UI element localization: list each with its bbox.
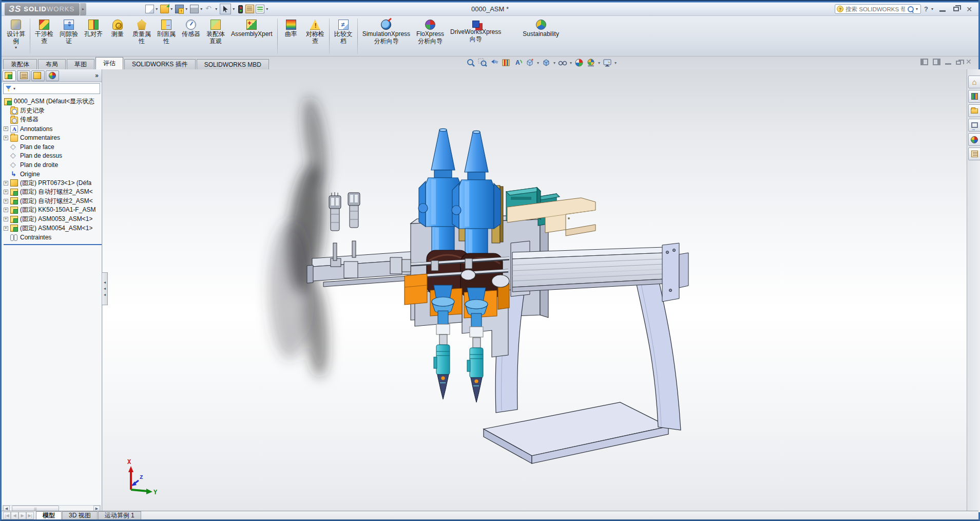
- tab-sketch[interactable]: 草图: [67, 59, 94, 69]
- tree-item-plan-face[interactable]: Plan de face: [4, 142, 102, 152]
- search-box[interactable]: ? ▾: [835, 4, 921, 14]
- tree-item-plan-droite[interactable]: Plan de droite: [4, 160, 102, 170]
- view-traffic-light-icon[interactable]: [238, 5, 243, 13]
- display-style-dropdown[interactable]: ▾: [553, 61, 555, 65]
- 3d-views-tab[interactable]: 3D 视图: [62, 511, 98, 519]
- expand-icon[interactable]: +: [4, 199, 8, 203]
- close-button[interactable]: ✕: [964, 5, 974, 13]
- ribbon-button-measure[interactable]: 测量: [106, 17, 129, 55]
- print-icon[interactable]: [190, 5, 199, 13]
- tree-item-subassembly-2[interactable]: +(固定) 自动打螺丝2_ASM<: [4, 197, 102, 206]
- ribbon-button-simulationxpress[interactable]: SimulationXpress分析向导: [359, 17, 413, 55]
- ribbon-button-symmetry-check[interactable]: 对称检查: [303, 17, 328, 55]
- tree-item-contraintes[interactable]: Contraintes: [4, 233, 102, 242]
- tab-layout[interactable]: 布局: [38, 59, 66, 69]
- options-icon[interactable]: [256, 5, 264, 13]
- ribbon-button-compare-documents[interactable]: 比较文档: [331, 17, 356, 55]
- tree-item-commentaires[interactable]: +Commentaires: [4, 133, 102, 142]
- graphics-viewport[interactable]: X Y Z ⌂: [103, 69, 980, 512]
- next-study-button[interactable]: ▶: [18, 512, 26, 519]
- display-style-icon[interactable]: [542, 58, 551, 67]
- design-library-button[interactable]: [968, 90, 980, 103]
- zoom-to-fit-icon[interactable]: [466, 58, 475, 67]
- search-input[interactable]: [846, 6, 905, 12]
- tree-root[interactable]: 0000_ASM (Défaut<显示状态: [4, 97, 102, 106]
- motion-study-tab[interactable]: 运动算例 1: [98, 511, 141, 519]
- ribbon-button-assembly-visualization[interactable]: 装配体直观: [203, 17, 228, 55]
- hide-show-items-icon[interactable]: [558, 58, 567, 67]
- save-dropdown[interactable]: ▾: [185, 7, 187, 11]
- ribbon-button-mass-properties[interactable]: 质量属性: [129, 17, 154, 55]
- new-document-icon[interactable]: [145, 5, 154, 13]
- configurationmanager-tab[interactable]: [31, 70, 45, 81]
- ribbon-button-hole-alignment[interactable]: 孔对齐: [81, 17, 106, 55]
- ribbon-button-sensors[interactable]: 传感器: [179, 17, 203, 55]
- expand-icon[interactable]: +: [4, 181, 8, 185]
- filter-dropdown[interactable]: ▾: [13, 86, 15, 91]
- ribbon-button-sustainability[interactable]: Sustainability: [520, 17, 562, 55]
- search-icon[interactable]: [907, 6, 914, 12]
- featuremanager-tab[interactable]: [3, 70, 16, 81]
- tree-item-annotations[interactable]: +Annotations: [4, 124, 102, 134]
- propertymanager-tab[interactable]: [17, 70, 30, 81]
- custom-properties-button[interactable]: [968, 147, 980, 160]
- view-settings-icon[interactable]: [603, 58, 612, 67]
- ribbon-button-curvature[interactable]: 曲率: [279, 17, 303, 55]
- view-settings-dropdown[interactable]: ▾: [614, 61, 617, 65]
- undo-dropdown[interactable]: ▾: [215, 7, 217, 11]
- ribbon-button-interference-check[interactable]: 干涉检查: [32, 17, 56, 55]
- ribbon-button-design-study[interactable]: 设计算例 ▾: [4, 17, 28, 55]
- appearances-button[interactable]: [968, 133, 980, 146]
- apply-scene-dropdown[interactable]: ▾: [598, 61, 600, 65]
- ribbon-button-assembly-xpert[interactable]: AssemblyXpert: [228, 17, 276, 55]
- expand-icon[interactable]: +: [4, 217, 8, 221]
- doc-close-icon[interactable]: [966, 59, 973, 65]
- prev-study-button[interactable]: ◀: [11, 512, 18, 519]
- hide-show-items-dropdown[interactable]: ▾: [570, 61, 572, 65]
- new-dropdown[interactable]: ▾: [156, 7, 158, 11]
- first-study-button[interactable]: |◀: [3, 512, 11, 519]
- tree-item-asm0054[interactable]: +(固定) ASM0054_ASM<1>: [4, 224, 102, 233]
- open-dropdown[interactable]: ▾: [170, 7, 172, 11]
- panel-splitter[interactable]: ◂◂◂: [102, 272, 108, 305]
- select-dropdown[interactable]: ▾: [233, 7, 235, 11]
- tree-item-subassembly-1[interactable]: +(固定) 自动打螺丝2_ASM<: [4, 188, 102, 197]
- tab-solidworks-addins[interactable]: SOLIDWORKS 插件: [124, 59, 196, 69]
- previous-view-icon[interactable]: [490, 58, 499, 67]
- view-palette-button[interactable]: [968, 119, 980, 132]
- view-orientation-icon[interactable]: +: [525, 58, 534, 67]
- ribbon-button-driveworksxpress[interactable]: DriveWorksXpress向导: [447, 17, 504, 55]
- undo-icon[interactable]: [205, 5, 214, 13]
- apply-scene-icon[interactable]: [586, 58, 595, 67]
- expand-icon[interactable]: +: [4, 208, 8, 212]
- view-orientation-dropdown[interactable]: ▾: [537, 61, 539, 65]
- file-explorer-button[interactable]: [968, 104, 980, 117]
- pane-right-icon[interactable]: [933, 59, 940, 65]
- tree-item-origine[interactable]: Origine: [4, 170, 102, 179]
- doc-minimize-icon[interactable]: [945, 60, 951, 65]
- appearancemanager-tab[interactable]: [46, 70, 59, 81]
- search-dropdown[interactable]: ▾: [916, 7, 918, 11]
- minimize-button[interactable]: [937, 5, 948, 13]
- tree-filter[interactable]: ▾: [3, 83, 100, 94]
- expand-icon[interactable]: +: [4, 136, 8, 140]
- ribbon-button-clearance-verification[interactable]: 间隙验证: [56, 17, 81, 55]
- restore-button[interactable]: [951, 5, 961, 13]
- last-study-button[interactable]: ▶|: [26, 512, 34, 519]
- solidworks-logo[interactable]: ЗS SOLIDWORKS: [5, 3, 80, 15]
- tree-item-sensors[interactable]: 传感器: [4, 115, 102, 124]
- select-tool-button[interactable]: [220, 4, 231, 14]
- annotation-view-icon[interactable]: A: [513, 58, 523, 67]
- tree-item-history[interactable]: 历史记录: [4, 106, 102, 116]
- menu-expand-arrow[interactable]: ▸: [80, 3, 86, 15]
- help-dropdown[interactable]: ▾: [931, 7, 933, 11]
- options-dropdown[interactable]: ▾: [266, 7, 268, 11]
- print-dropdown[interactable]: ▾: [200, 7, 202, 11]
- section-view-icon[interactable]: [502, 58, 511, 67]
- expand-icon[interactable]: +: [4, 190, 8, 194]
- design-study-dropdown[interactable]: ▾: [15, 45, 17, 50]
- tab-solidworks-mbd[interactable]: SOLIDWORKS MBD: [197, 59, 269, 69]
- panel-overflow-chevron[interactable]: »: [95, 72, 101, 79]
- pane-left-icon[interactable]: [920, 59, 928, 65]
- model-tab[interactable]: 模型: [36, 511, 62, 519]
